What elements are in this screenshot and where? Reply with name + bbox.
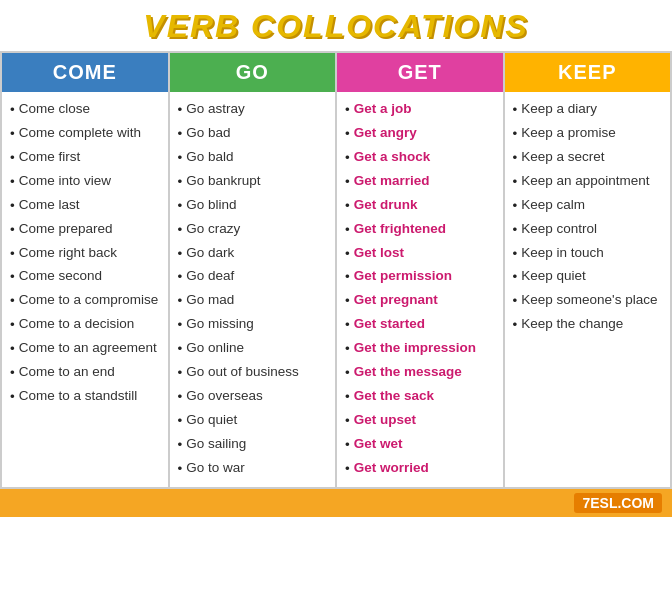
column-header-get: GET (337, 53, 503, 92)
item-text: Go online (186, 338, 244, 359)
bullet-icon: • (345, 459, 350, 480)
bullet-icon: • (178, 100, 183, 121)
list-item: •Come to a compromise (10, 289, 164, 313)
item-text: Go bankrupt (186, 171, 260, 192)
list-item: •Come first (10, 146, 164, 170)
column-keep: KEEP•Keep a diary•Keep a promise•Keep a … (505, 53, 671, 487)
column-get: GET•Get a job•Get angry•Get a shock•Get … (337, 53, 505, 487)
list-item: •Come to a decision (10, 313, 164, 337)
bullet-icon: • (345, 411, 350, 432)
item-text: Keep control (521, 219, 597, 240)
list-item: •Get a job (345, 98, 499, 122)
page-title: VERB COLLOCATIONS (4, 8, 668, 45)
list-item: •Come to a standstill (10, 385, 164, 409)
bullet-icon: • (345, 244, 350, 265)
bullet-icon: • (345, 315, 350, 336)
bullet-icon: • (10, 100, 15, 121)
item-text: Get a shock (354, 147, 431, 168)
bullet-icon: • (513, 172, 518, 193)
bullet-icon: • (10, 148, 15, 169)
bullet-icon: • (513, 244, 518, 265)
list-item: •Go mad (178, 289, 332, 313)
list-item: •Go crazy (178, 218, 332, 242)
list-item: •Go dark (178, 242, 332, 266)
item-text: Keep quiet (521, 266, 586, 287)
bullet-icon: • (513, 100, 518, 121)
list-item: •Keep quiet (513, 265, 667, 289)
bullet-icon: • (345, 148, 350, 169)
item-text: Go blind (186, 195, 236, 216)
item-text: Get the sack (354, 386, 434, 407)
list-item: •Come right back (10, 242, 164, 266)
bullet-icon: • (178, 459, 183, 480)
bullet-icon: • (10, 244, 15, 265)
footer-bar: 7ESL.COM (0, 489, 672, 517)
bullet-icon: • (178, 435, 183, 456)
list-item: •Come prepared (10, 218, 164, 242)
list-item: •Get the impression (345, 337, 499, 361)
list-item: •Come complete with (10, 122, 164, 146)
list-item: •Get frightened (345, 218, 499, 242)
item-text: Come first (19, 147, 81, 168)
bullet-icon: • (178, 172, 183, 193)
list-item: •Get permission (345, 265, 499, 289)
item-text: Go to war (186, 458, 245, 479)
list-item: •Get a shock (345, 146, 499, 170)
item-text: Go dark (186, 243, 234, 264)
bullet-icon: • (513, 267, 518, 288)
bullet-icon: • (513, 291, 518, 312)
bullet-icon: • (10, 387, 15, 408)
item-text: Go mad (186, 290, 234, 311)
bullet-icon: • (345, 196, 350, 217)
item-text: Keep an appointment (521, 171, 649, 192)
item-text: Come second (19, 266, 102, 287)
item-text: Come close (19, 99, 90, 120)
item-text: Keep the change (521, 314, 623, 335)
list-item: •Get worried (345, 457, 499, 481)
list-item: •Go bald (178, 146, 332, 170)
bullet-icon: • (178, 148, 183, 169)
item-text: Come to an agreement (19, 338, 157, 359)
bullet-icon: • (178, 363, 183, 384)
item-text: Go bad (186, 123, 230, 144)
column-go: GO•Go astray•Go bad•Go bald•Go bankrupt•… (170, 53, 338, 487)
bullet-icon: • (345, 291, 350, 312)
list-item: •Go bad (178, 122, 332, 146)
list-item: •Get drunk (345, 194, 499, 218)
bullet-icon: • (513, 196, 518, 217)
item-text: Go sailing (186, 434, 246, 455)
bullet-icon: • (10, 220, 15, 241)
column-header-go: GO (170, 53, 336, 92)
list-item: •Keep a secret (513, 146, 667, 170)
bullet-icon: • (345, 172, 350, 193)
list-item: •Keep calm (513, 194, 667, 218)
item-text: Get drunk (354, 195, 418, 216)
bullet-icon: • (178, 387, 183, 408)
item-text: Come to a compromise (19, 290, 159, 311)
item-text: Get wet (354, 434, 403, 455)
item-text: Keep a diary (521, 99, 597, 120)
item-text: Go astray (186, 99, 245, 120)
item-text: Get a job (354, 99, 412, 120)
list-item: •Come last (10, 194, 164, 218)
item-text: Come into view (19, 171, 111, 192)
bullet-icon: • (10, 196, 15, 217)
bullet-icon: • (10, 315, 15, 336)
item-text: Come complete with (19, 123, 141, 144)
item-text: Get married (354, 171, 430, 192)
column-come: COME•Come close•Come complete with•Come … (2, 53, 170, 487)
item-text: Get angry (354, 123, 417, 144)
bullet-icon: • (345, 267, 350, 288)
column-body-get: •Get a job•Get angry•Get a shock•Get mar… (337, 92, 503, 487)
item-text: Go missing (186, 314, 254, 335)
bullet-icon: • (178, 267, 183, 288)
bullet-icon: • (513, 124, 518, 145)
bullet-icon: • (345, 124, 350, 145)
list-item: •Get upset (345, 409, 499, 433)
item-text: Keep a secret (521, 147, 604, 168)
bullet-icon: • (10, 363, 15, 384)
item-text: Come last (19, 195, 80, 216)
list-item: •Go deaf (178, 265, 332, 289)
list-item: •Keep a promise (513, 122, 667, 146)
bullet-icon: • (178, 220, 183, 241)
